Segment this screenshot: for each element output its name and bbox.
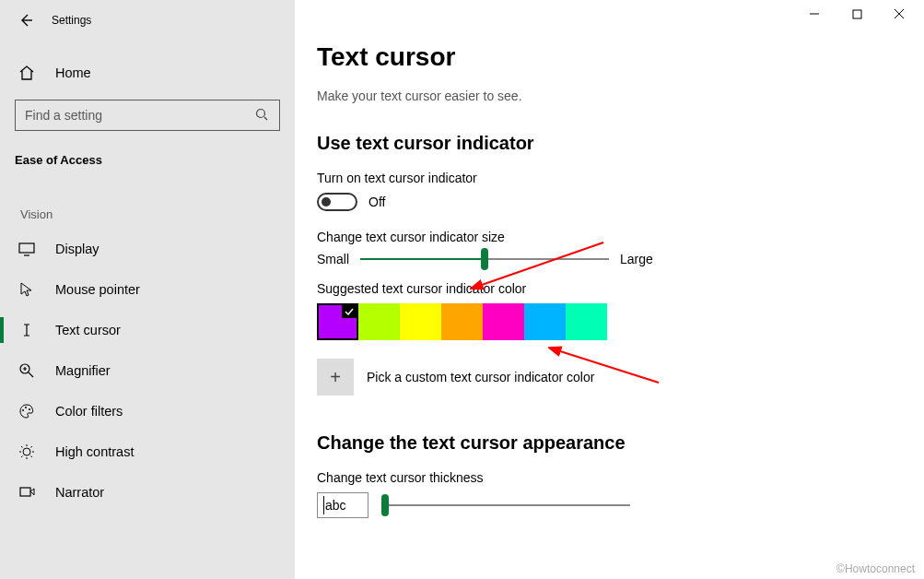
color-swatch-cyan[interactable]	[524, 303, 566, 340]
sidebar-item-mouse-pointer[interactable]: Mouse pointer	[0, 269, 295, 310]
sidebar-item-display[interactable]: Display	[0, 229, 295, 269]
arrow-left-icon	[18, 13, 33, 28]
window-controls	[793, 0, 920, 28]
back-button[interactable]	[17, 11, 35, 30]
svg-rect-7	[20, 488, 30, 496]
main-content: Text cursor Make your text cursor easier…	[295, 0, 924, 579]
home-icon	[18, 65, 35, 81]
check-icon	[342, 305, 357, 318]
page-title: Text cursor	[317, 42, 887, 72]
color-swatch-lime[interactable]	[358, 303, 400, 340]
magnifier-icon	[18, 362, 35, 379]
slider-thumb[interactable]	[481, 248, 488, 270]
color-swatch-orange[interactable]	[441, 303, 483, 340]
section-appearance: Change the text cursor appearance	[317, 432, 887, 454]
slider-fill	[360, 258, 485, 260]
search-input[interactable]	[25, 108, 255, 123]
search-box[interactable]	[15, 100, 280, 131]
slider-large: Large	[620, 252, 653, 266]
sidebar-item-narrator[interactable]: Narrator	[0, 472, 295, 513]
sidebar-item-color-filters[interactable]: Color filters	[0, 391, 295, 431]
size-label: Change text cursor indicator size	[317, 230, 887, 244]
sidebar-item-high-contrast[interactable]: High contrast	[0, 431, 295, 472]
group-title: Vision	[0, 167, 295, 229]
home-label: Home	[55, 65, 91, 80]
minimize-button[interactable]	[793, 0, 836, 28]
thickness-slider[interactable]	[381, 504, 630, 506]
monitor-icon	[18, 241, 35, 257]
text-cursor-icon	[18, 322, 35, 338]
contrast-icon	[18, 443, 35, 460]
caret-preview	[323, 496, 324, 514]
svg-rect-8	[853, 10, 861, 18]
color-swatch-yellow[interactable]	[400, 303, 441, 340]
toggle-knob	[322, 197, 331, 207]
sidebar-item-magnifier[interactable]: Magnifier	[0, 350, 295, 391]
nav-label: Color filters	[55, 404, 123, 419]
toggle-title: Turn on text cursor indicator	[317, 171, 887, 185]
svg-point-3	[22, 409, 24, 411]
narrator-icon	[18, 484, 35, 501]
custom-color-label: Pick a custom text cursor indicator colo…	[367, 370, 594, 384]
palette-icon	[18, 403, 35, 419]
color-swatches	[317, 303, 887, 340]
watermark: ©Howtoconnect	[836, 562, 915, 575]
svg-point-0	[257, 110, 265, 118]
close-icon	[894, 8, 905, 19]
sidebar: Settings Home Ease of Access Vision Disp…	[0, 0, 295, 579]
thickness-label: Change text cursor thickness	[317, 470, 887, 485]
category-title: Ease of Access	[0, 131, 295, 167]
plus-icon: +	[330, 367, 341, 388]
color-label: Suggested text cursor indicator color	[317, 281, 887, 296]
color-swatch-purple[interactable]	[317, 303, 358, 340]
preview-text: abc	[325, 498, 346, 513]
nav-label: Magnifier	[55, 363, 111, 378]
maximize-icon	[852, 9, 862, 19]
nav-label: Display	[55, 242, 99, 256]
minimize-icon	[809, 8, 820, 19]
nav-label: Narrator	[55, 485, 104, 500]
page-subtitle: Make your text cursor easier to see.	[317, 89, 887, 103]
sidebar-item-text-cursor[interactable]: Text cursor	[0, 310, 295, 350]
nav-label: High contrast	[55, 444, 134, 459]
close-button[interactable]	[878, 0, 920, 28]
svg-point-5	[29, 408, 30, 410]
thickness-thumb[interactable]	[381, 494, 389, 516]
color-swatch-magenta[interactable]	[483, 303, 524, 340]
section-indicator: Use text cursor indicator	[317, 133, 887, 154]
color-swatch-teal[interactable]	[566, 303, 607, 340]
nav-label: Mouse pointer	[55, 282, 140, 297]
settings-title: Settings	[52, 14, 91, 27]
search-icon	[255, 108, 270, 123]
svg-point-6	[23, 448, 30, 455]
home-nav[interactable]: Home	[0, 52, 295, 94]
indicator-toggle[interactable]	[317, 193, 357, 211]
slider-small: Small	[317, 252, 349, 266]
toggle-state: Off	[368, 195, 385, 209]
nav-label: Text cursor	[55, 323, 121, 337]
size-slider[interactable]	[360, 258, 609, 260]
pointer-icon	[18, 281, 35, 298]
thickness-preview: abc	[317, 492, 368, 518]
custom-color-button[interactable]: +	[317, 359, 354, 396]
svg-rect-1	[19, 243, 34, 253]
svg-point-4	[25, 407, 27, 408]
maximize-button[interactable]	[836, 0, 878, 28]
